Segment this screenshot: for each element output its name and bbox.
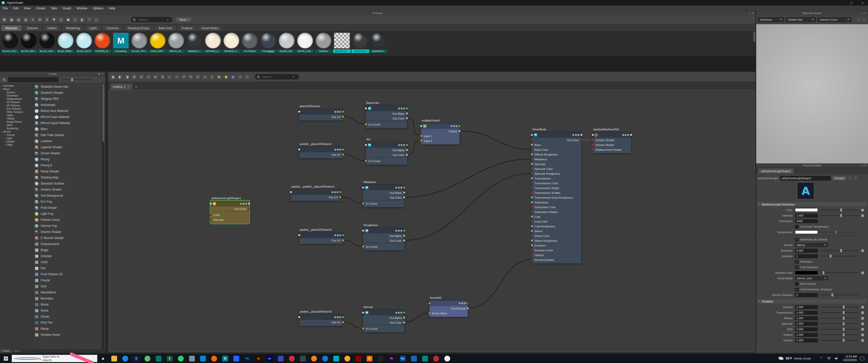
output-port[interactable]	[342, 148, 344, 151]
node-header[interactable]: ×	[421, 123, 460, 129]
material-swatch-preview[interactable]	[242, 33, 258, 48]
material-swatch-name[interactable]: GOLD_MET...	[149, 50, 166, 53]
category-tree-item[interactable]: ▾ Arnold	[0, 130, 33, 133]
create-node-item[interactable]: Phong	[33, 156, 102, 162]
output-port[interactable]	[403, 239, 405, 241]
create-node-item[interactable]: Fluid Texture 2D	[33, 271, 102, 277]
tree-arrow-icon[interactable]: ▸	[1, 85, 3, 87]
input-port[interactable]	[531, 187, 533, 189]
browser-tab[interactable]: Asset Nodes	[197, 25, 223, 31]
material-swatch-preview[interactable]	[95, 33, 110, 48]
node-toolbar-button[interactable]: ▭	[202, 74, 208, 80]
create-search-input[interactable]	[8, 77, 59, 82]
section-collapse-icon[interactable]: ▾	[759, 203, 760, 205]
create-node-item[interactable]: Ocean	[33, 314, 102, 320]
texture-map-button[interactable]	[861, 214, 864, 217]
panel-header-icon[interactable]: ×	[102, 72, 104, 75]
texture-map-button[interactable]	[861, 322, 864, 325]
material-swatch-name[interactable]: Material_4...	[186, 50, 204, 53]
taskbar-app[interactable]: Pr	[386, 354, 397, 363]
material-swatch-name[interactable]: shaderGlow1	[351, 50, 369, 53]
material-swatch-preview[interactable]	[168, 33, 184, 48]
node-graph-area[interactable]: place2dTexture1Out UVBaseColorMOut Alpha…	[109, 90, 755, 352]
input-port[interactable]	[531, 211, 533, 213]
output-port[interactable]	[248, 208, 250, 210]
browser-toolbar-button[interactable]: ▦	[8, 16, 14, 23]
view-mode-icon[interactable]	[398, 187, 400, 189]
input-port[interactable]	[531, 182, 533, 184]
taskbar-app[interactable]	[297, 354, 308, 363]
value-slider[interactable]	[821, 338, 859, 342]
create-panel-header[interactable]: Create ▪×	[0, 72, 105, 76]
menu-item[interactable]: Tabs	[48, 5, 60, 11]
menu-item[interactable]: Help	[106, 5, 118, 11]
slider-handle[interactable]	[843, 305, 844, 308]
presets-button[interactable]: Presets	[832, 176, 846, 181]
slider-handle[interactable]	[830, 255, 831, 258]
view-mode-icon[interactable]	[456, 125, 458, 127]
tree-arrow-icon[interactable]: ▸	[4, 134, 6, 136]
browser-toolbar-button[interactable]: ▼	[51, 16, 57, 23]
node-header[interactable]: M	[532, 132, 581, 138]
material-swatch-name[interactable]: particleClou...	[333, 50, 351, 53]
value-slider[interactable]	[821, 271, 859, 274]
node-toolbar-button[interactable]: ●	[230, 74, 236, 80]
node-header[interactable]	[299, 147, 343, 152]
view-mode-icon[interactable]	[339, 234, 341, 236]
value-slider[interactable]	[821, 311, 859, 315]
material-swatch-name[interactable]: standardSu...	[370, 50, 388, 53]
pause-icon[interactable]	[863, 18, 867, 22]
slider-handle[interactable]	[840, 249, 842, 252]
checkbox[interactable]: ✓	[795, 260, 798, 263]
taskbar-app[interactable]	[186, 354, 197, 363]
browser-toolbar-button[interactable]: ○	[93, 16, 99, 23]
node-header[interactable]	[593, 132, 631, 138]
view-mode-icon[interactable]	[240, 203, 242, 205]
view-mode-icon[interactable]	[337, 317, 339, 318]
output-port[interactable]	[342, 111, 344, 113]
color-swatch[interactable]	[795, 208, 818, 212]
taskbar-app[interactable]	[441, 354, 453, 363]
taskbar-app[interactable]	[230, 354, 242, 363]
node-header[interactable]	[299, 109, 343, 114]
browser-tab[interactable]: Cameras	[102, 25, 123, 31]
value-slider[interactable]	[821, 293, 859, 297]
property-editor-tab[interactable]: aiSkyDomeLightShape1	[758, 168, 794, 174]
category-tree-item[interactable]: Glow	[0, 124, 33, 127]
texture-map-button[interactable]	[861, 305, 864, 309]
category-tree-item[interactable]: Utilities	[0, 117, 33, 120]
output-port[interactable]	[406, 144, 408, 146]
value-slider[interactable]	[821, 322, 859, 325]
view-mode-icon[interactable]	[627, 134, 629, 136]
value-field[interactable]: 1.000	[795, 333, 818, 337]
input-port[interactable]	[531, 163, 533, 165]
node-header[interactable]	[291, 189, 340, 195]
create-node-item[interactable]: Fluid Shape	[33, 205, 102, 211]
texture-map-button[interactable]	[861, 208, 864, 212]
node-header[interactable]	[299, 232, 343, 238]
output-port[interactable]	[403, 192, 405, 194]
section-collapse-icon[interactable]: ▾	[759, 300, 760, 302]
value-field[interactable]: 1.000	[795, 338, 818, 342]
input-port[interactable]	[531, 225, 533, 227]
taskbar-app[interactable]	[209, 354, 219, 363]
material-viewer-viewport[interactable]	[756, 24, 868, 163]
value-slider[interactable]	[821, 208, 859, 212]
material-swatch-preview[interactable]	[297, 33, 313, 48]
view-mode-icon[interactable]	[337, 191, 338, 193]
create-node-item[interactable]: Ramp Shader	[33, 168, 102, 174]
material-swatch[interactable]: BLACK_SPE...	[38, 33, 56, 56]
graph-node-pasted__pasted__place2dTexture1[interactable]: pasted__pasted__place2dTexture1Out UV	[291, 189, 341, 201]
enum-dropdown[interactable]: latlong	[795, 243, 828, 247]
material-swatch-name[interactable]: SILVER_ME...	[278, 50, 296, 53]
material-swatch[interactable]: BLUE_GREE...	[57, 33, 74, 56]
taskbar-app[interactable]	[331, 354, 342, 363]
value-slider[interactable]	[821, 254, 859, 258]
material-swatch-preview[interactable]	[21, 33, 37, 48]
node-toolbar-button[interactable]: ●	[223, 74, 229, 80]
view-mode-icon[interactable]	[395, 230, 397, 232]
material-swatch[interactable]: Phonggggg	[259, 33, 277, 56]
checkbox[interactable]	[795, 282, 798, 286]
category-tree-item[interactable]: Env Textures	[0, 107, 33, 110]
node-toolbar-button[interactable]: ◇	[237, 74, 243, 80]
